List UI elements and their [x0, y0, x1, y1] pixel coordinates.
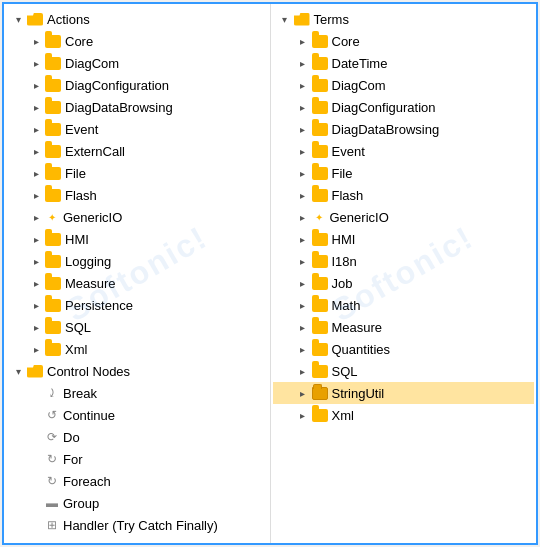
label-i18n: I18n	[332, 254, 535, 269]
label-event: Event	[65, 122, 268, 137]
genericio-icon-left	[44, 209, 60, 225]
tree-item-actions[interactable]: Actions	[6, 8, 268, 30]
chevron-genericio	[28, 209, 44, 225]
tree-item-core[interactable]: Core	[6, 30, 268, 52]
folder-icon-file-right	[311, 166, 329, 180]
tree-item-stringutil[interactable]: StringUtil	[273, 382, 535, 404]
tree-item-event[interactable]: Event	[6, 118, 268, 140]
chevron-diagcom	[28, 55, 44, 71]
chevron-flash	[28, 187, 44, 203]
label-handler: Handler (Try Catch Finally)	[63, 518, 268, 533]
left-tree-panel[interactable]: Softonic! Actions Core DiagCom	[4, 4, 271, 543]
tree-item-flash[interactable]: Flash	[6, 184, 268, 206]
tree-item-file-right[interactable]: File	[273, 162, 535, 184]
main-window: Softonic! Actions Core DiagCom	[2, 2, 538, 545]
label-file-right: File	[332, 166, 535, 181]
label-if: If	[63, 540, 268, 544]
chevron-diagcom-right	[295, 77, 311, 93]
chevron-terms	[277, 11, 293, 27]
tree-item-logging[interactable]: Logging	[6, 250, 268, 272]
tree-item-control-nodes[interactable]: Control Nodes	[6, 360, 268, 382]
tree-item-quantities[interactable]: Quantities	[273, 338, 535, 360]
tree-item-sql-left[interactable]: SQL	[6, 316, 268, 338]
for-icon	[44, 451, 60, 467]
chevron-persistence	[28, 297, 44, 313]
folder-icon-core-right	[311, 34, 329, 48]
tree-item-i18n[interactable]: I18n	[273, 250, 535, 272]
chevron-diagdatabrowsing-right	[295, 121, 311, 137]
genericio-icon-right	[311, 209, 327, 225]
tree-item-continue[interactable]: Continue	[6, 404, 268, 426]
tree-item-sql-right[interactable]: SQL	[273, 360, 535, 382]
tree-item-diagconfiguration[interactable]: DiagConfiguration	[6, 74, 268, 96]
chevron-diagconfiguration	[28, 77, 44, 93]
label-break: Break	[63, 386, 268, 401]
label-hmi: HMI	[65, 232, 268, 247]
folder-icon-event-right	[311, 144, 329, 158]
tree-item-xml-left[interactable]: Xml	[6, 338, 268, 360]
chevron-datetime	[295, 55, 311, 71]
tree-item-handler[interactable]: Handler (Try Catch Finally)	[6, 514, 268, 536]
folder-icon-i18n	[311, 254, 329, 268]
tree-item-hmi-right[interactable]: HMI	[273, 228, 535, 250]
tree-item-math[interactable]: Math	[273, 294, 535, 316]
tree-item-for[interactable]: For	[6, 448, 268, 470]
chevron-flash-right	[295, 187, 311, 203]
label-do: Do	[63, 430, 268, 445]
tree-item-measure-left[interactable]: Measure	[6, 272, 268, 294]
tree-item-datetime[interactable]: DateTime	[273, 52, 535, 74]
chevron-core-right	[295, 33, 311, 49]
tree-item-genericio-left[interactable]: GenericIO	[6, 206, 268, 228]
chevron-actions	[10, 11, 26, 27]
tree-item-diagcom[interactable]: DiagCom	[6, 52, 268, 74]
folder-icon-diagconfiguration	[44, 78, 62, 92]
tree-item-genericio-right[interactable]: GenericIO	[273, 206, 535, 228]
chevron-math	[295, 297, 311, 313]
folder-icon-event	[44, 122, 62, 136]
tree-item-core-right[interactable]: Core	[273, 30, 535, 52]
tree-item-job[interactable]: Job	[273, 272, 535, 294]
label-xml-right: Xml	[332, 408, 535, 423]
folder-icon-diagcom	[44, 56, 62, 70]
folder-icon-diagcom-right	[311, 78, 329, 92]
tree-item-do[interactable]: Do	[6, 426, 268, 448]
tree-item-measure-right[interactable]: Measure	[273, 316, 535, 338]
tree-item-externcall[interactable]: ExternCall	[6, 140, 268, 162]
label-datetime: DateTime	[332, 56, 535, 71]
tree-item-diagcom-right[interactable]: DiagCom	[273, 74, 535, 96]
folder-icon-xml-left	[44, 342, 62, 356]
right-tree-panel[interactable]: Softonic! Terms Core DateTime	[271, 4, 537, 543]
folder-icon-stringutil	[311, 386, 329, 400]
label-sql-right: SQL	[332, 364, 535, 379]
tree-item-diagconfiguration-right[interactable]: DiagConfiguration	[273, 96, 535, 118]
tree-item-diagdatabrowsing-right[interactable]: DiagDataBrowsing	[273, 118, 535, 140]
chevron-sql-right	[295, 363, 311, 379]
do-icon	[44, 429, 60, 445]
tree-item-xml-right[interactable]: Xml	[273, 404, 535, 426]
tree-item-flash-right[interactable]: Flash	[273, 184, 535, 206]
tree-item-event-right[interactable]: Event	[273, 140, 535, 162]
chevron-quantities	[295, 341, 311, 357]
tree-item-terms[interactable]: Terms	[273, 8, 535, 30]
label-xml-left: Xml	[65, 342, 268, 357]
label-hmi-right: HMI	[332, 232, 535, 247]
folder-icon-math	[311, 298, 329, 312]
folder-icon-xml-right	[311, 408, 329, 422]
tree-item-group[interactable]: Group	[6, 492, 268, 514]
tree-item-persistence[interactable]: Persistence	[6, 294, 268, 316]
tree-item-break[interactable]: Break	[6, 382, 268, 404]
label-genericio-right: GenericIO	[330, 210, 535, 225]
folder-icon-quantities	[311, 342, 329, 356]
folder-icon-sql-right	[311, 364, 329, 378]
tree-item-diagdatabrowsing[interactable]: DiagDataBrowsing	[6, 96, 268, 118]
label-core-right: Core	[332, 34, 535, 49]
tree-item-file[interactable]: File	[6, 162, 268, 184]
chevron-stringutil	[295, 385, 311, 401]
tree-item-if[interactable]: If	[6, 536, 268, 543]
folder-icon-sql-left	[44, 320, 62, 334]
folder-icon-hmi	[44, 232, 62, 246]
folder-icon-diagdatabrowsing	[44, 100, 62, 114]
tree-item-foreach[interactable]: Foreach	[6, 470, 268, 492]
tree-item-hmi[interactable]: HMI	[6, 228, 268, 250]
chevron-genericio-right	[295, 209, 311, 225]
